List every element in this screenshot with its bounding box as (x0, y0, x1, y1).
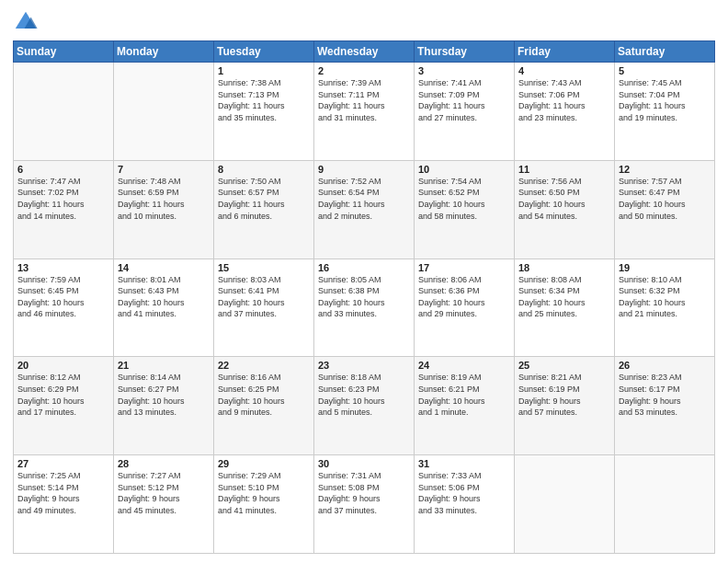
day-number: 7 (118, 164, 210, 175)
calendar-cell: 21Sunrise: 8:14 AM Sunset: 6:27 PM Dayli… (114, 357, 214, 455)
day-number: 24 (418, 360, 510, 371)
week-row-1: 1Sunrise: 7:38 AM Sunset: 7:13 PM Daylig… (14, 63, 715, 161)
day-info: Sunrise: 7:54 AM Sunset: 6:52 PM Dayligh… (418, 176, 510, 222)
day-number: 16 (318, 262, 410, 273)
day-number: 12 (619, 164, 711, 175)
calendar-cell: 14Sunrise: 8:01 AM Sunset: 6:43 PM Dayli… (114, 259, 214, 357)
week-row-4: 20Sunrise: 8:12 AM Sunset: 6:29 PM Dayli… (14, 357, 715, 455)
calendar-cell: 13Sunrise: 7:59 AM Sunset: 6:45 PM Dayli… (14, 259, 114, 357)
calendar-cell: 22Sunrise: 8:16 AM Sunset: 6:25 PM Dayli… (214, 357, 314, 455)
day-info: Sunrise: 7:47 AM Sunset: 7:02 PM Dayligh… (17, 176, 109, 222)
calendar-cell: 29Sunrise: 7:29 AM Sunset: 5:10 PM Dayli… (214, 455, 314, 554)
day-number: 10 (418, 164, 510, 175)
day-info: Sunrise: 7:31 AM Sunset: 5:08 PM Dayligh… (318, 470, 410, 516)
logo (13, 9, 40, 35)
page: SundayMondayTuesdayWednesdayThursdayFrid… (0, 0, 728, 563)
calendar-cell: 27Sunrise: 7:25 AM Sunset: 5:14 PM Dayli… (14, 455, 114, 554)
day-number: 19 (619, 262, 711, 273)
weekday-header-friday: Friday (515, 41, 615, 63)
calendar-cell: 23Sunrise: 8:18 AM Sunset: 6:23 PM Dayli… (314, 357, 415, 455)
day-number: 23 (318, 360, 410, 371)
day-number: 2 (318, 65, 410, 76)
day-info: Sunrise: 7:27 AM Sunset: 5:12 PM Dayligh… (118, 470, 210, 516)
calendar-cell (114, 63, 214, 161)
day-info: Sunrise: 7:29 AM Sunset: 5:10 PM Dayligh… (218, 470, 310, 516)
calendar-cell (14, 63, 114, 161)
day-info: Sunrise: 7:50 AM Sunset: 6:57 PM Dayligh… (218, 176, 310, 222)
day-info: Sunrise: 7:43 AM Sunset: 7:06 PM Dayligh… (518, 77, 610, 123)
day-number: 29 (218, 458, 310, 469)
day-info: Sunrise: 7:25 AM Sunset: 5:14 PM Dayligh… (17, 470, 109, 516)
day-info: Sunrise: 7:52 AM Sunset: 6:54 PM Dayligh… (318, 176, 410, 222)
day-info: Sunrise: 8:05 AM Sunset: 6:38 PM Dayligh… (318, 274, 410, 320)
day-info: Sunrise: 7:39 AM Sunset: 7:11 PM Dayligh… (318, 77, 410, 123)
day-number: 17 (418, 262, 510, 273)
calendar-cell: 12Sunrise: 7:57 AM Sunset: 6:47 PM Dayli… (615, 160, 715, 259)
day-info: Sunrise: 8:16 AM Sunset: 6:25 PM Dayligh… (218, 372, 310, 418)
calendar-cell: 1Sunrise: 7:38 AM Sunset: 7:13 PM Daylig… (214, 63, 314, 161)
day-number: 8 (218, 164, 310, 175)
day-info: Sunrise: 8:08 AM Sunset: 6:34 PM Dayligh… (518, 274, 610, 320)
day-info: Sunrise: 8:06 AM Sunset: 6:36 PM Dayligh… (418, 274, 510, 320)
day-info: Sunrise: 7:57 AM Sunset: 6:47 PM Dayligh… (619, 176, 711, 222)
day-number: 3 (418, 65, 510, 76)
calendar-cell: 9Sunrise: 7:52 AM Sunset: 6:54 PM Daylig… (314, 160, 415, 259)
weekday-header-monday: Monday (114, 41, 214, 63)
day-info: Sunrise: 7:48 AM Sunset: 6:59 PM Dayligh… (118, 176, 210, 222)
weekday-header-thursday: Thursday (415, 41, 515, 63)
calendar-cell: 5Sunrise: 7:45 AM Sunset: 7:04 PM Daylig… (615, 63, 715, 161)
day-info: Sunrise: 8:12 AM Sunset: 6:29 PM Dayligh… (17, 372, 109, 418)
day-info: Sunrise: 7:45 AM Sunset: 7:04 PM Dayligh… (619, 77, 711, 123)
day-number: 30 (318, 458, 410, 469)
day-number: 6 (17, 164, 109, 175)
week-row-2: 6Sunrise: 7:47 AM Sunset: 7:02 PM Daylig… (14, 160, 715, 259)
calendar-cell: 19Sunrise: 8:10 AM Sunset: 6:32 PM Dayli… (615, 259, 715, 357)
day-info: Sunrise: 8:14 AM Sunset: 6:27 PM Dayligh… (118, 372, 210, 418)
day-number: 22 (218, 360, 310, 371)
calendar-cell: 4Sunrise: 7:43 AM Sunset: 7:06 PM Daylig… (515, 63, 615, 161)
weekday-header-wednesday: Wednesday (314, 41, 415, 63)
day-number: 4 (518, 65, 610, 76)
calendar-cell: 30Sunrise: 7:31 AM Sunset: 5:08 PM Dayli… (314, 455, 415, 554)
calendar-cell: 28Sunrise: 7:27 AM Sunset: 5:12 PM Dayli… (114, 455, 214, 554)
weekday-header-saturday: Saturday (615, 41, 715, 63)
calendar-cell: 7Sunrise: 7:48 AM Sunset: 6:59 PM Daylig… (114, 160, 214, 259)
calendar-cell: 25Sunrise: 8:21 AM Sunset: 6:19 PM Dayli… (515, 357, 615, 455)
calendar-cell: 15Sunrise: 8:03 AM Sunset: 6:41 PM Dayli… (214, 259, 314, 357)
calendar-cell: 18Sunrise: 8:08 AM Sunset: 6:34 PM Dayli… (515, 259, 615, 357)
calendar-cell: 24Sunrise: 8:19 AM Sunset: 6:21 PM Dayli… (415, 357, 515, 455)
day-number: 27 (17, 458, 109, 469)
calendar-cell: 11Sunrise: 7:56 AM Sunset: 6:50 PM Dayli… (515, 160, 615, 259)
day-info: Sunrise: 8:03 AM Sunset: 6:41 PM Dayligh… (218, 274, 310, 320)
calendar-cell: 6Sunrise: 7:47 AM Sunset: 7:02 PM Daylig… (14, 160, 114, 259)
calendar-cell: 26Sunrise: 8:23 AM Sunset: 6:17 PM Dayli… (615, 357, 715, 455)
calendar-cell (615, 455, 715, 554)
calendar-cell: 8Sunrise: 7:50 AM Sunset: 6:57 PM Daylig… (214, 160, 314, 259)
day-info: Sunrise: 8:10 AM Sunset: 6:32 PM Dayligh… (619, 274, 711, 320)
day-number: 18 (518, 262, 610, 273)
day-info: Sunrise: 8:01 AM Sunset: 6:43 PM Dayligh… (118, 274, 210, 320)
day-number: 13 (17, 262, 109, 273)
calendar-cell: 2Sunrise: 7:39 AM Sunset: 7:11 PM Daylig… (314, 63, 415, 161)
day-info: Sunrise: 8:19 AM Sunset: 6:21 PM Dayligh… (418, 372, 510, 418)
day-info: Sunrise: 7:38 AM Sunset: 7:13 PM Dayligh… (218, 77, 310, 123)
day-number: 20 (17, 360, 109, 371)
day-number: 31 (418, 458, 510, 469)
day-number: 14 (118, 262, 210, 273)
header (13, 9, 715, 35)
calendar-cell: 3Sunrise: 7:41 AM Sunset: 7:09 PM Daylig… (415, 63, 515, 161)
day-number: 11 (518, 164, 610, 175)
weekday-header-tuesday: Tuesday (214, 41, 314, 63)
day-number: 28 (118, 458, 210, 469)
day-number: 25 (518, 360, 610, 371)
day-info: Sunrise: 8:23 AM Sunset: 6:17 PM Dayligh… (619, 372, 711, 418)
day-info: Sunrise: 8:21 AM Sunset: 6:19 PM Dayligh… (518, 372, 610, 418)
day-info: Sunrise: 7:33 AM Sunset: 5:06 PM Dayligh… (418, 470, 510, 516)
calendar: SundayMondayTuesdayWednesdayThursdayFrid… (13, 40, 715, 554)
week-row-5: 27Sunrise: 7:25 AM Sunset: 5:14 PM Dayli… (14, 455, 715, 554)
weekday-header-sunday: Sunday (14, 41, 114, 63)
day-number: 9 (318, 164, 410, 175)
day-number: 5 (619, 65, 711, 76)
day-number: 21 (118, 360, 210, 371)
calendar-cell: 17Sunrise: 8:06 AM Sunset: 6:36 PM Dayli… (415, 259, 515, 357)
